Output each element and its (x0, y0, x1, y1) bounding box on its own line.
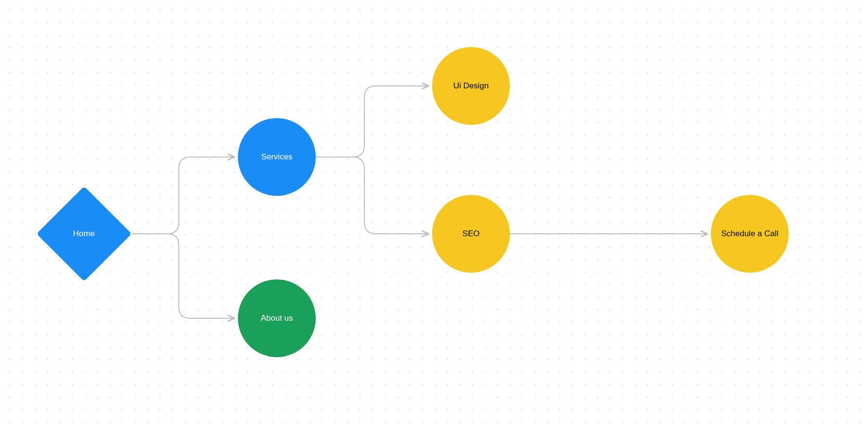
node-home-label: Home (69, 229, 99, 239)
edge-services-seo (316, 157, 429, 234)
diagram-canvas[interactable]: Home Services About us Ui Design SEO Sch… (0, 0, 868, 434)
node-seo[interactable]: SEO (432, 195, 510, 273)
node-home[interactable]: Home (37, 186, 132, 281)
node-ui-design[interactable]: Ui Design (432, 47, 510, 125)
node-about[interactable]: About us (238, 279, 316, 357)
edge-home-about (132, 234, 235, 318)
edge-services-ui (316, 86, 429, 157)
node-schedule-call[interactable]: Schedule a Call (711, 195, 789, 273)
node-schedule-call-label: Schedule a Call (717, 229, 782, 239)
edge-home-services (132, 157, 235, 234)
node-about-label: About us (257, 313, 297, 323)
node-services[interactable]: Services (238, 118, 316, 196)
node-seo-label: SEO (459, 229, 484, 239)
node-ui-design-label: Ui Design (449, 81, 493, 91)
node-services-label: Services (257, 152, 296, 162)
